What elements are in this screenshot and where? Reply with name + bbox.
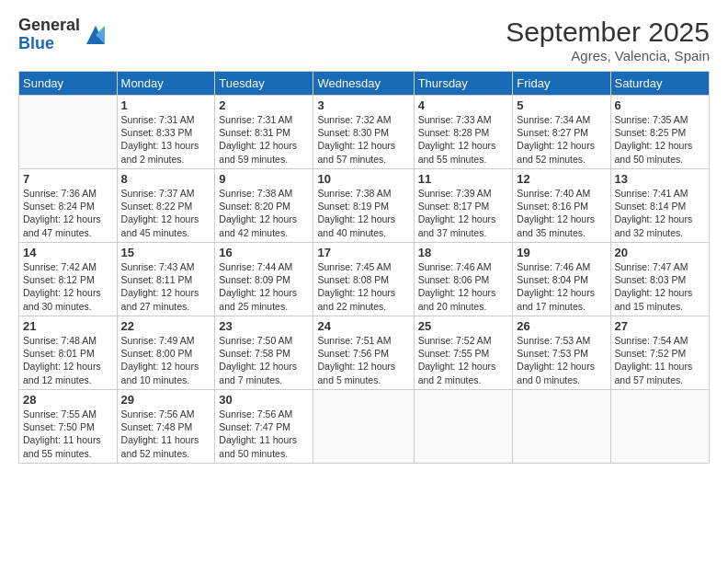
- table-row: [513, 390, 610, 464]
- day-number: 7: [23, 172, 113, 186]
- table-row: 24Sunrise: 7:51 AM Sunset: 7:56 PM Dayli…: [313, 316, 414, 390]
- header: General Blue September 2025 Agres, Valen…: [18, 17, 710, 63]
- day-info: Sunrise: 7:56 AM Sunset: 7:48 PM Dayligh…: [121, 408, 211, 460]
- day-number: 27: [615, 319, 705, 333]
- day-number: 2: [219, 98, 309, 112]
- calendar-table: Sunday Monday Tuesday Wednesday Thursday…: [18, 71, 710, 464]
- week-row-3: 14Sunrise: 7:42 AM Sunset: 8:12 PM Dayli…: [19, 243, 710, 316]
- day-info: Sunrise: 7:39 AM Sunset: 8:17 PM Dayligh…: [418, 187, 509, 239]
- day-info: Sunrise: 7:52 AM Sunset: 7:55 PM Dayligh…: [418, 334, 509, 386]
- table-row: 23Sunrise: 7:50 AM Sunset: 7:58 PM Dayli…: [215, 316, 313, 390]
- day-number: 30: [219, 393, 309, 407]
- day-number: 6: [615, 98, 705, 112]
- col-wednesday: Wednesday: [313, 72, 414, 96]
- day-info: Sunrise: 7:31 AM Sunset: 8:33 PM Dayligh…: [121, 113, 211, 166]
- subtitle: Agres, Valencia, Spain: [506, 48, 710, 63]
- table-row: 15Sunrise: 7:43 AM Sunset: 8:11 PM Dayli…: [117, 243, 215, 316]
- day-info: Sunrise: 7:37 AM Sunset: 8:22 PM Dayligh…: [121, 187, 211, 239]
- week-row-2: 7Sunrise: 7:36 AM Sunset: 8:24 PM Daylig…: [19, 169, 710, 243]
- day-info: Sunrise: 7:43 AM Sunset: 8:11 PM Dayligh…: [121, 260, 211, 313]
- day-number: 26: [517, 319, 606, 333]
- table-row: 4Sunrise: 7:33 AM Sunset: 8:28 PM Daylig…: [414, 96, 513, 169]
- week-row-5: 28Sunrise: 7:55 AM Sunset: 7:50 PM Dayli…: [19, 390, 710, 464]
- table-row: 2Sunrise: 7:31 AM Sunset: 8:31 PM Daylig…: [215, 96, 313, 169]
- col-tuesday: Tuesday: [215, 72, 313, 96]
- table-row: 25Sunrise: 7:52 AM Sunset: 7:55 PM Dayli…: [414, 316, 513, 390]
- table-row: 8Sunrise: 7:37 AM Sunset: 8:22 PM Daylig…: [117, 169, 215, 243]
- day-info: Sunrise: 7:33 AM Sunset: 8:28 PM Dayligh…: [418, 113, 509, 166]
- day-info: Sunrise: 7:55 AM Sunset: 7:50 PM Dayligh…: [23, 408, 113, 460]
- day-info: Sunrise: 7:41 AM Sunset: 8:14 PM Dayligh…: [615, 187, 705, 239]
- table-row: 20Sunrise: 7:47 AM Sunset: 8:03 PM Dayli…: [610, 243, 709, 316]
- day-info: Sunrise: 7:36 AM Sunset: 8:24 PM Dayligh…: [23, 187, 113, 239]
- day-number: 1: [121, 98, 211, 112]
- day-number: 18: [418, 246, 509, 259]
- col-thursday: Thursday: [414, 72, 513, 96]
- day-number: 25: [418, 319, 509, 333]
- day-info: Sunrise: 7:53 AM Sunset: 7:53 PM Dayligh…: [517, 334, 606, 386]
- table-row: 16Sunrise: 7:44 AM Sunset: 8:09 PM Dayli…: [215, 243, 313, 316]
- table-row: [610, 390, 709, 464]
- day-info: Sunrise: 7:42 AM Sunset: 8:12 PM Dayligh…: [23, 260, 113, 313]
- day-number: 17: [317, 246, 409, 259]
- table-row: [313, 390, 414, 464]
- day-number: 21: [23, 319, 113, 333]
- table-row: 1Sunrise: 7:31 AM Sunset: 8:33 PM Daylig…: [117, 96, 215, 169]
- table-row: 28Sunrise: 7:55 AM Sunset: 7:50 PM Dayli…: [19, 390, 118, 464]
- table-row: 18Sunrise: 7:46 AM Sunset: 8:06 PM Dayli…: [414, 243, 513, 316]
- day-info: Sunrise: 7:38 AM Sunset: 8:20 PM Dayligh…: [219, 187, 309, 239]
- day-number: 9: [219, 172, 309, 186]
- day-number: 13: [615, 172, 705, 186]
- col-sunday: Sunday: [19, 72, 118, 96]
- day-info: Sunrise: 7:31 AM Sunset: 8:31 PM Dayligh…: [219, 113, 309, 166]
- day-number: 19: [517, 246, 606, 259]
- col-saturday: Saturday: [610, 72, 709, 96]
- day-number: 24: [317, 319, 409, 333]
- table-row: 30Sunrise: 7:56 AM Sunset: 7:47 PM Dayli…: [215, 390, 313, 464]
- logo: General Blue: [18, 17, 108, 53]
- table-row: 17Sunrise: 7:45 AM Sunset: 8:08 PM Dayli…: [313, 243, 414, 316]
- day-number: 28: [23, 393, 113, 407]
- day-number: 4: [418, 98, 509, 112]
- logo-icon: [83, 22, 108, 48]
- logo-blue: Blue: [18, 35, 80, 53]
- table-row: 5Sunrise: 7:34 AM Sunset: 8:27 PM Daylig…: [513, 96, 610, 169]
- table-row: 27Sunrise: 7:54 AM Sunset: 7:52 PM Dayli…: [610, 316, 709, 390]
- day-info: Sunrise: 7:54 AM Sunset: 7:52 PM Dayligh…: [615, 334, 705, 386]
- table-row: 6Sunrise: 7:35 AM Sunset: 8:25 PM Daylig…: [610, 96, 709, 169]
- header-row: Sunday Monday Tuesday Wednesday Thursday…: [19, 72, 710, 96]
- table-row: [414, 390, 513, 464]
- day-info: Sunrise: 7:46 AM Sunset: 8:06 PM Dayligh…: [418, 260, 509, 313]
- day-number: 12: [517, 172, 606, 186]
- col-monday: Monday: [117, 72, 215, 96]
- day-number: 3: [317, 98, 409, 112]
- page: General Blue September 2025 Agres, Valen…: [0, 0, 728, 563]
- day-number: 15: [121, 246, 211, 259]
- day-info: Sunrise: 7:48 AM Sunset: 8:01 PM Dayligh…: [23, 334, 113, 386]
- day-info: Sunrise: 7:51 AM Sunset: 7:56 PM Dayligh…: [317, 334, 409, 386]
- table-row: [19, 96, 118, 169]
- day-number: 22: [121, 319, 211, 333]
- day-info: Sunrise: 7:44 AM Sunset: 8:09 PM Dayligh…: [219, 260, 309, 313]
- day-info: Sunrise: 7:56 AM Sunset: 7:47 PM Dayligh…: [219, 408, 309, 460]
- day-info: Sunrise: 7:32 AM Sunset: 8:30 PM Dayligh…: [317, 113, 409, 166]
- table-row: 21Sunrise: 7:48 AM Sunset: 8:01 PM Dayli…: [19, 316, 118, 390]
- day-number: 14: [23, 246, 113, 259]
- table-row: 3Sunrise: 7:32 AM Sunset: 8:30 PM Daylig…: [313, 96, 414, 169]
- day-number: 16: [219, 246, 309, 259]
- day-number: 23: [219, 319, 309, 333]
- title-block: September 2025 Agres, Valencia, Spain: [506, 17, 710, 63]
- day-info: Sunrise: 7:50 AM Sunset: 7:58 PM Dayligh…: [219, 334, 309, 386]
- table-row: 14Sunrise: 7:42 AM Sunset: 8:12 PM Dayli…: [19, 243, 118, 316]
- day-info: Sunrise: 7:49 AM Sunset: 8:00 PM Dayligh…: [121, 334, 211, 386]
- table-row: 12Sunrise: 7:40 AM Sunset: 8:16 PM Dayli…: [513, 169, 610, 243]
- table-row: 11Sunrise: 7:39 AM Sunset: 8:17 PM Dayli…: [414, 169, 513, 243]
- day-info: Sunrise: 7:38 AM Sunset: 8:19 PM Dayligh…: [317, 187, 409, 239]
- table-row: 29Sunrise: 7:56 AM Sunset: 7:48 PM Dayli…: [117, 390, 215, 464]
- day-info: Sunrise: 7:45 AM Sunset: 8:08 PM Dayligh…: [317, 260, 409, 313]
- day-info: Sunrise: 7:46 AM Sunset: 8:04 PM Dayligh…: [517, 260, 606, 313]
- col-friday: Friday: [513, 72, 610, 96]
- table-row: 9Sunrise: 7:38 AM Sunset: 8:20 PM Daylig…: [215, 169, 313, 243]
- table-row: 10Sunrise: 7:38 AM Sunset: 8:19 PM Dayli…: [313, 169, 414, 243]
- main-title: September 2025: [506, 17, 710, 48]
